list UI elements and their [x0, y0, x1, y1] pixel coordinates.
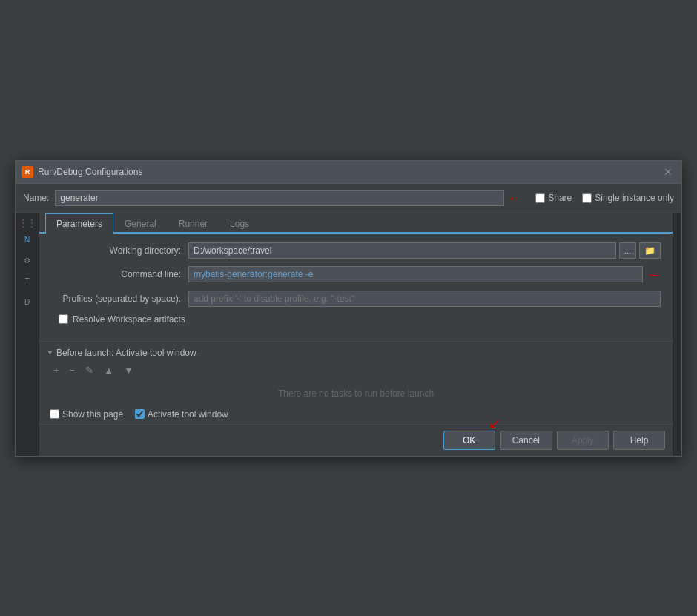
before-launch-section: ▼ Before launch: Activate tool window + … — [39, 341, 673, 424]
title-bar: R Run/Debug Configurations ✕ — [16, 161, 681, 184]
single-instance-group: Single instance only — [582, 193, 674, 203]
activate-tool-window-group: Activate tool window — [135, 409, 228, 420]
working-dir-label: Working directory: — [51, 245, 181, 256]
command-line-input[interactable] — [188, 266, 643, 282]
show-page-checkbox[interactable] — [50, 409, 59, 419]
move-up-launch-button[interactable]: ▲ — [100, 362, 117, 378]
edit-launch-button[interactable]: ✎ — [82, 362, 97, 378]
tab-parameters[interactable]: Parameters — [45, 213, 113, 234]
help-button[interactable]: Help — [613, 431, 665, 450]
before-launch-header: ▼ Before launch: Activate tool window — [47, 348, 665, 358]
add-launch-button[interactable]: + — [50, 362, 63, 378]
dialog-icon: R — [22, 166, 33, 178]
show-page-label: Show this page — [62, 409, 123, 420]
profiles-row: Profiles (separated by space): — [51, 291, 661, 307]
single-instance-label: Single instance only — [595, 193, 674, 203]
ok-arrow-indicator: ↙ — [489, 414, 501, 432]
command-line-wrap: ← — [188, 266, 661, 283]
content-area: Parameters General Runner Logs Working d… — [39, 213, 673, 456]
tab-general[interactable]: General — [113, 213, 168, 234]
working-dir-input[interactable] — [188, 242, 616, 259]
dialog-title: Run/Debug Configurations — [38, 167, 142, 177]
activate-tool-window-label: Activate tool window — [148, 409, 228, 420]
tab-logs[interactable]: Logs — [219, 213, 260, 234]
resolve-label: Resolve Workspace artifacts — [73, 314, 185, 325]
command-line-label: Command line: — [51, 269, 181, 279]
name-input[interactable] — [55, 190, 504, 206]
single-instance-checkbox[interactable] — [582, 193, 592, 203]
share-group: Share — [535, 193, 572, 203]
before-launch-title: Before launch: Activate tool window — [56, 348, 196, 358]
dialog-icon-letter: R — [25, 168, 30, 176]
close-button[interactable]: ✕ — [661, 165, 675, 179]
working-dir-row: Working directory: ... 📁 — [51, 242, 661, 259]
working-dir-input-wrap: ... 📁 — [188, 242, 661, 259]
name-input-wrap: ← — [55, 190, 522, 207]
parameters-panel: Working directory: ... 📁 Command line: ← — [39, 234, 673, 341]
name-right: Share Single instance only — [535, 193, 674, 203]
show-page-group: Show this page — [50, 409, 123, 420]
name-arrow-indicator: ← — [507, 190, 522, 207]
ok-button-wrap: ↙ OK — [443, 431, 495, 450]
name-row: Name: ← Share Single instance only — [16, 184, 681, 213]
run-debug-dialog: R Run/Debug Configurations ✕ Name: ← Sha… — [15, 160, 682, 457]
share-checkbox[interactable] — [535, 193, 545, 203]
ok-button[interactable]: OK — [443, 431, 495, 450]
cancel-button[interactable]: Cancel — [500, 431, 552, 450]
sidebar-icon-settings[interactable]: ⚙ — [19, 252, 36, 270]
share-label: Share — [548, 193, 572, 203]
cmd-arrow-indicator: ← — [646, 266, 661, 283]
activate-tool-window-checkbox[interactable] — [135, 409, 145, 419]
remove-launch-button[interactable]: − — [66, 362, 79, 378]
sidebar-icon-n[interactable]: N — [19, 231, 36, 249]
before-launch-footer: Show this page Activate tool window — [47, 409, 665, 420]
title-bar-left: R Run/Debug Configurations — [22, 166, 142, 178]
move-down-launch-button[interactable]: ▼ — [120, 362, 137, 378]
profiles-input[interactable] — [188, 291, 661, 307]
tab-runner[interactable]: Runner — [168, 213, 219, 234]
right-sidebar — [673, 213, 681, 456]
name-label: Name: — [23, 193, 49, 203]
profiles-input-wrap — [188, 291, 661, 307]
resolve-checkbox[interactable] — [59, 314, 68, 324]
tabs-bar: Parameters General Runner Logs — [39, 213, 673, 234]
main-content: ⋮⋮ N ⚙ T D Parameters General Runner Log… — [16, 213, 681, 456]
launch-toolbar: + − ✎ ▲ ▼ — [47, 362, 665, 378]
profiles-label: Profiles (separated by space): — [51, 294, 181, 304]
sidebar-icon-t[interactable]: T — [19, 273, 36, 291]
sidebar-expand[interactable]: ⋮⋮ — [19, 218, 36, 228]
sidebar-icon-d[interactable]: D — [19, 294, 36, 311]
apply-button[interactable]: Apply — [557, 431, 609, 450]
browse-button[interactable]: ... — [619, 242, 636, 259]
launch-empty-message: There are no tasks to run before launch — [47, 382, 665, 405]
left-sidebar: ⋮⋮ N ⚙ T D — [16, 213, 39, 456]
command-line-row: Command line: ← — [51, 266, 661, 283]
folder-button[interactable]: 📁 — [639, 242, 661, 259]
resolve-row: Resolve Workspace artifacts — [51, 314, 661, 325]
triangle-icon: ▼ — [47, 349, 53, 357]
footer-buttons: ↙ OK Cancel Apply Help — [39, 424, 673, 456]
